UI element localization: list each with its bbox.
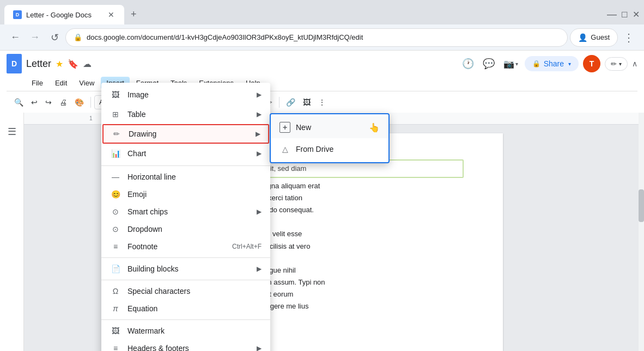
menu-divider-4 [101, 319, 270, 320]
menu-item-smart-chips[interactable]: ⊙ Smart chips ▶ [101, 203, 270, 220]
smart-chips-icon: ⊙ [110, 207, 121, 216]
footnote-icon: ≡ [110, 242, 121, 251]
tab-close-icon[interactable]: ✕ [107, 10, 116, 19]
menu-item-watermark[interactable]: 🖼 Watermark [101, 322, 270, 340]
print-button[interactable]: 🖨 [56, 96, 70, 109]
cloud-button[interactable]: ☁ [83, 59, 92, 69]
zoom-button[interactable]: 🔍 [11, 96, 27, 109]
menu-item-view[interactable]: View [74, 77, 100, 89]
menu-item-image[interactable]: 🖼 Image ▶ [101, 85, 270, 104]
from-drive-label: From Drive [296, 145, 333, 153]
scrollbar-track [639, 113, 644, 351]
drawing-menu-icon: ✏ [111, 128, 122, 139]
smart-chips-arrow-icon: ▶ [257, 208, 262, 215]
browser-chrome: D Letter - Google Docs ✕ + — ☐ ✕ [0, 0, 644, 24]
menu-item-chart[interactable]: 📊 Chart ▶ [101, 144, 270, 163]
footnote-shortcut: Ctrl+Alt+F [232, 243, 262, 250]
smart-chips-label: Smart chips [127, 207, 250, 216]
collapse-button[interactable]: ∧ [632, 59, 637, 68]
menu-item-edit[interactable]: Edit [50, 77, 72, 89]
watermark-icon: 🖼 [110, 327, 121, 335]
browser-more-button[interactable]: ⋮ [620, 28, 637, 47]
comment-button[interactable]: 💬 [481, 56, 497, 72]
insert-menu-dropdown: 🖼 Image ▶ ⊞ Table ▶ ✏ Drawing ▶ 📊 Chart … [101, 83, 270, 351]
maximize-button[interactable]: ☐ [621, 10, 628, 19]
tab-favicon: D [13, 10, 22, 19]
browser-tabs: D Letter - Google Docs ✕ + [4, 0, 141, 24]
menu-divider-2 [101, 257, 270, 258]
share-label: Share [544, 59, 564, 68]
special-characters-label: Special characters [127, 287, 190, 295]
bookmark-button[interactable]: 🔖 [68, 59, 78, 69]
chart-menu-icon: 📊 [110, 148, 121, 159]
menu-item-table[interactable]: ⊞ Table ▶ [101, 104, 270, 124]
close-button[interactable]: ✕ [633, 9, 640, 20]
more-toolbar-button[interactable]: ⋮ [315, 96, 329, 109]
building-blocks-label: Building blocks [127, 264, 250, 273]
new-tab-button[interactable]: + [126, 7, 141, 22]
dropdown-menu-icon: ⊙ [110, 225, 121, 233]
link-button[interactable]: 🔗 [283, 96, 299, 109]
menu-item-headers-footers[interactable]: ≡ Headers & footers ▶ [101, 340, 270, 351]
list-icon-button[interactable]: ☰ [8, 126, 16, 138]
address-bar[interactable]: 🔒 docs.google.com/document/d/1-kvH3gCdje… [65, 28, 568, 47]
refresh-button[interactable]: ↺ [46, 29, 63, 46]
menu-item-file[interactable]: File [26, 77, 48, 89]
share-button[interactable]: 🔒 Share ▾ [525, 56, 579, 71]
video-button[interactable]: 📷 ▾ [501, 57, 520, 71]
history-button[interactable]: 🕐 [460, 56, 476, 72]
new-drawing-plus-icon: + [280, 122, 290, 133]
menu-divider-1 [101, 165, 270, 166]
horizontal-line-icon: — [110, 173, 121, 181]
menu-item-drawing[interactable]: ✏ Drawing ▶ [102, 124, 269, 144]
lock-icon: 🔒 [74, 33, 82, 41]
dropdown-menu-label: Dropdown [127, 225, 162, 233]
menu-item-footnote[interactable]: ≡ Footnote Ctrl+Alt+F [101, 238, 270, 255]
left-sidebar: ☰ [0, 113, 24, 351]
menu-item-dropdown[interactable]: ⊙ Dropdown [101, 220, 270, 238]
chart-arrow-icon: ▶ [257, 150, 262, 157]
menu-item-special-characters[interactable]: Ω Special characters [101, 282, 270, 300]
guest-button[interactable]: 👤 Guest [570, 28, 618, 47]
image-arrow-icon: ▶ [257, 91, 262, 98]
star-icon[interactable]: ★ [56, 59, 63, 69]
drawing-new-item[interactable]: + New 👆 [271, 116, 388, 138]
pencil-mode-button[interactable]: ✏ ▾ [605, 57, 628, 71]
redo-button[interactable]: ↪ [42, 96, 55, 109]
headers-footers-arrow-icon: ▶ [257, 344, 262, 351]
toolbar-separator-1 [90, 97, 91, 108]
url-text[interactable]: docs.google.com/document/d/1-kvH3gCdjeAo… [87, 33, 560, 41]
undo-button[interactable]: ↩ [28, 96, 41, 109]
docs-title-row: D Letter ★ 🔖 ☁ 🕐 💬 📷 ▾ 🔒 Share ▾ T ✏ ▾ ∧ [7, 53, 637, 75]
menu-item-emoji[interactable]: 😊 Emoji [101, 186, 270, 203]
new-drawing-label: New [296, 123, 363, 132]
image-toolbar-button[interactable]: 🖼 [300, 96, 314, 109]
footnote-label: Footnote [127, 242, 226, 251]
image-menu-label: Image [127, 90, 250, 99]
forward-button[interactable]: → [26, 29, 44, 46]
minimize-button[interactable]: — [607, 9, 617, 20]
doc-title[interactable]: Letter [26, 58, 51, 70]
active-tab[interactable]: D Letter - Google Docs ✕ [4, 5, 124, 24]
window-controls: — ☐ ✕ [607, 9, 640, 24]
table-menu-label: Table [127, 110, 250, 119]
drawing-from-drive-item[interactable]: △ From Drive [271, 138, 388, 160]
paint-format-button[interactable]: 🎨 [71, 96, 87, 109]
horizontal-line-label: Horizontal line [127, 173, 176, 181]
emoji-menu-icon: 😊 [110, 190, 121, 199]
menu-item-building-blocks[interactable]: 📄 Building blocks ▶ [101, 260, 270, 278]
share-caret-icon: ▾ [568, 61, 571, 67]
back-button[interactable]: ← [7, 29, 24, 46]
menu-divider-3 [101, 280, 270, 280]
headers-footers-label: Headers & footers [127, 344, 250, 351]
tab-title: Letter - Google Docs [26, 11, 92, 19]
guest-icon: 👤 [578, 33, 587, 42]
scrollbar-thumb[interactable] [639, 189, 644, 222]
menu-item-equation[interactable]: π Equation [101, 300, 270, 317]
table-menu-icon: ⊞ [110, 109, 121, 120]
menu-item-horizontal-line[interactable]: — Horizontal line [101, 168, 270, 186]
docs-app-icon: D [7, 54, 22, 73]
equation-icon: π [110, 304, 121, 313]
lock-share-icon: 🔒 [532, 60, 540, 67]
user-avatar[interactable]: T [583, 55, 600, 72]
